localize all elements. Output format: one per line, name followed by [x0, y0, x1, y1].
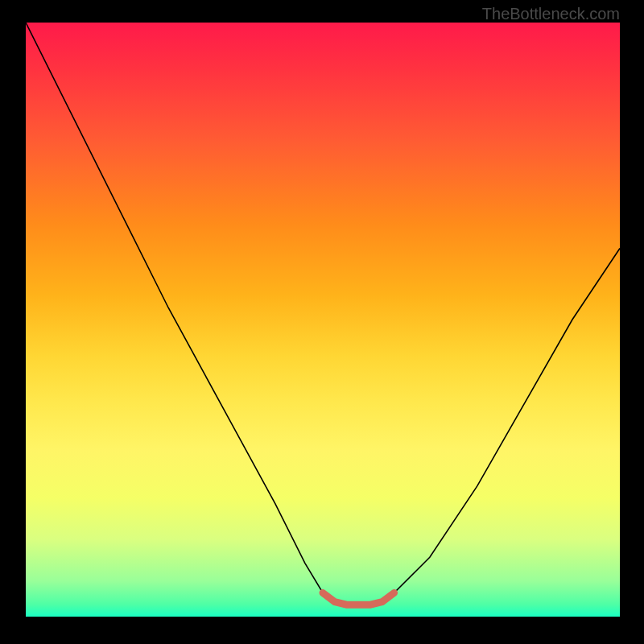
highlight-segment: [323, 592, 394, 605]
chart-svg: [26, 23, 620, 617]
bottleneck-curve: [26, 23, 620, 605]
chart-container: TheBottleneck.com: [0, 0, 644, 644]
watermark-text: TheBottleneck.com: [482, 5, 620, 23]
